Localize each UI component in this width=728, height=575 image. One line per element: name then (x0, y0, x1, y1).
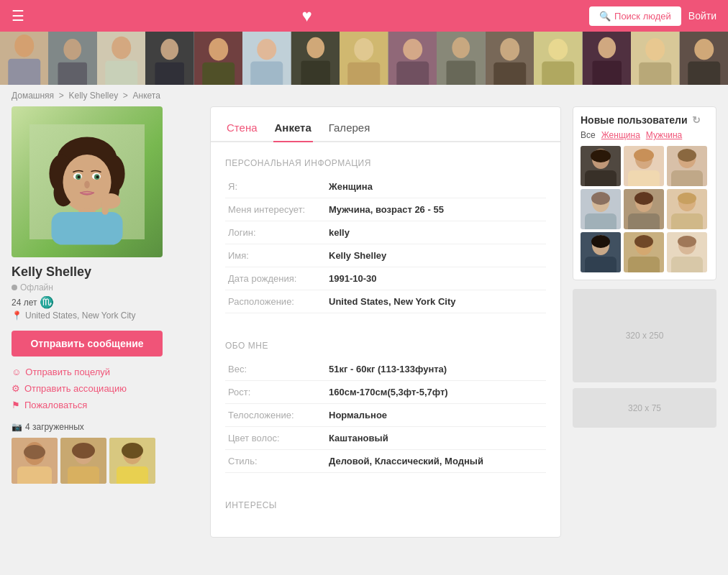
strip-photo-6[interactable] (242, 32, 291, 85)
menu-icon[interactable]: ☰ (12, 7, 24, 24)
kiss-icon: ☺ (12, 367, 21, 377)
table-row: Меня интересует: Мужчина, возраст 26 - 5… (225, 198, 546, 221)
svg-point-28 (452, 37, 470, 58)
send-message-button[interactable]: Отправить сообщение (12, 331, 163, 356)
user-thumb-9[interactable] (667, 232, 707, 272)
user-thumb-4[interactable] (581, 189, 621, 229)
svg-point-4 (64, 39, 82, 60)
user-thumb-6[interactable] (667, 189, 707, 229)
info-label: Имя: (225, 244, 326, 267)
svg-rect-99 (628, 213, 660, 229)
svg-point-34 (548, 39, 568, 60)
refresh-icon[interactable]: ↻ (692, 114, 701, 126)
profile-age: 24 лет ♏ (12, 295, 199, 309)
svg-point-84 (591, 150, 611, 162)
tab-gallery[interactable]: Галерея (327, 117, 372, 142)
tab-anketa[interactable]: Анкета (273, 117, 313, 142)
strip-photo-4[interactable] (145, 32, 194, 85)
strip-photo-3[interactable] (97, 32, 145, 85)
user-thumb-2[interactable] (624, 146, 664, 186)
profile-name: Kelly Shelley (12, 264, 199, 280)
login-button[interactable]: Войти (688, 10, 716, 22)
info-label: Рост: (225, 381, 326, 404)
thumb-1[interactable] (12, 438, 58, 484)
svg-rect-5 (58, 63, 87, 85)
table-row: Цвет волос: Каштановый (225, 427, 546, 450)
strip-photo-5[interactable] (194, 32, 242, 85)
svg-point-108 (591, 235, 610, 248)
svg-point-62 (84, 180, 90, 188)
user-thumb-1[interactable] (581, 146, 621, 186)
strip-photo-14[interactable] (631, 32, 679, 85)
send-kiss-link[interactable]: ☺ Отправить поцелуй (12, 367, 199, 377)
user-thumb-7[interactable] (581, 232, 621, 272)
strip-photo-1[interactable] (0, 32, 48, 85)
location-icon: 📍 (12, 310, 22, 321)
filter-male[interactable]: Мужчина (646, 130, 682, 140)
table-row: Логин: kelly (225, 221, 546, 244)
svg-rect-29 (447, 60, 476, 85)
strip-photo-13[interactable] (583, 32, 631, 85)
svg-point-112 (634, 235, 653, 248)
info-label: Меня интересует: (225, 198, 326, 221)
svg-rect-2 (8, 59, 40, 85)
info-label: Цвет волос: (225, 427, 326, 450)
svg-point-116 (678, 236, 696, 247)
breadcrumb-name[interactable]: Kelly Shelley (68, 91, 118, 101)
strip-photo-9[interactable] (388, 32, 437, 85)
info-value: 1991-10-30 (326, 267, 546, 290)
photos-count: 📷 4 загруженных (12, 422, 199, 432)
profile-status: Офлайн (12, 282, 199, 293)
interests-section: ИНТЕРЕСЫ (211, 484, 560, 529)
thumb-3[interactable] (109, 438, 155, 484)
breadcrumb-home[interactable]: Домашняя (12, 91, 54, 101)
tab-wall[interactable]: Стена (225, 117, 259, 142)
svg-point-104 (678, 193, 696, 204)
strip-photo-8[interactable] (340, 32, 388, 85)
new-users-panel: Новые пользователи ↻ Все Женщина Мужчина (573, 106, 716, 280)
strip-photo-2[interactable] (48, 32, 96, 85)
about-me-section: ОБО МНЕ Вес: 51кг - 60кг (113-133фунта) … (211, 325, 560, 484)
profile-tabs: Стена Анкета Галерея (211, 107, 560, 142)
search-people-button[interactable]: 🔍 Поиск людей (589, 6, 681, 26)
strip-photo-12[interactable] (534, 32, 582, 85)
about-me-table: Вес: 51кг - 60кг (113-133фунта) Рост: 16… (225, 358, 546, 473)
strip-photo-15[interactable] (680, 32, 728, 85)
svg-rect-103 (671, 213, 703, 229)
ad-block-large: 320 x 250 (573, 289, 716, 382)
user-thumb-5[interactable] (624, 189, 664, 229)
svg-point-60 (78, 175, 81, 178)
report-link[interactable]: ⚑ Пожаловаться (12, 400, 199, 410)
center-content: Стена Анкета Галерея ПЕРСОНАЛЬНАЯ ИНФОРМ… (210, 106, 561, 538)
filter-all[interactable]: Все (581, 130, 596, 140)
strip-photo-11[interactable] (486, 32, 534, 85)
svg-rect-75 (117, 466, 148, 484)
svg-point-72 (72, 443, 95, 459)
svg-rect-35 (542, 62, 574, 85)
status-dot (12, 285, 17, 290)
thumb-2[interactable] (60, 438, 106, 484)
svg-rect-26 (396, 62, 429, 85)
svg-rect-14 (202, 63, 235, 85)
user-thumb-8[interactable] (624, 232, 664, 272)
info-value: 51кг - 60кг (113-133фунта) (326, 358, 546, 381)
info-value: United States, New York City (326, 290, 546, 313)
svg-point-19 (306, 37, 324, 58)
svg-rect-111 (628, 257, 660, 272)
strip-photo-7[interactable] (291, 32, 340, 85)
svg-rect-87 (628, 170, 660, 186)
svg-rect-91 (671, 170, 703, 186)
svg-point-76 (122, 443, 143, 459)
filter-female[interactable]: Женщина (601, 130, 640, 140)
send-association-link[interactable]: ⚙ Отправить ассоциацию (12, 383, 199, 394)
new-users-title: Новые пользователи ↻ (581, 114, 709, 126)
ad-block-small: 320 x 75 (573, 388, 716, 428)
strip-photo-10[interactable] (437, 32, 485, 85)
user-thumb-3[interactable] (667, 146, 707, 186)
svg-point-37 (598, 37, 616, 58)
svg-point-40 (645, 38, 665, 60)
interests-title: ИНТЕРЕСЫ (225, 500, 546, 510)
right-sidebar: Новые пользователи ↻ Все Женщина Мужчина (573, 106, 716, 428)
svg-point-100 (634, 192, 653, 205)
header: ☰ ♥ 🔍 Поиск людей Войти (0, 0, 728, 32)
